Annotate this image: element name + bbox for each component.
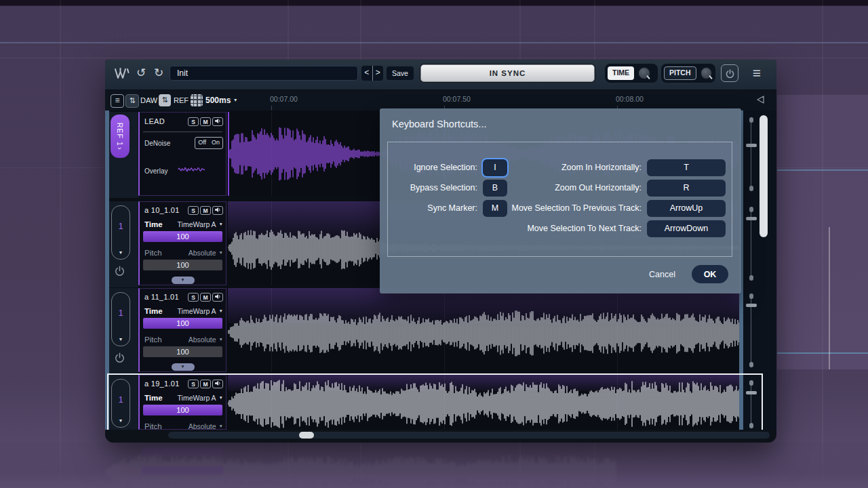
undo-icon[interactable]: ↺ <box>136 66 146 80</box>
take-selector[interactable]: 1 ▼ <box>111 379 130 428</box>
solo-button[interactable]: S <box>188 117 199 126</box>
vertical-scrollbar[interactable] <box>760 115 768 237</box>
speaker-button[interactable] <box>212 380 223 388</box>
speaker-button[interactable] <box>212 206 223 215</box>
expand-track-button[interactable]: ▼ <box>172 277 195 284</box>
time-mode-dropdown[interactable]: TimeWarp A <box>178 394 216 402</box>
shortcut-label: Move Selection To Next Track: <box>527 224 642 233</box>
horizontal-scrollbar-thumb[interactable] <box>299 432 314 439</box>
bg-grid-line <box>829 227 830 369</box>
track-volume-fader[interactable] <box>745 380 757 428</box>
speaker-button[interactable] <box>212 117 223 126</box>
ref-transfer-icon[interactable]: ⇅ <box>159 94 171 106</box>
prev-preset-button[interactable]: < <box>361 66 373 81</box>
track-gutter: 1 ▼ <box>109 375 138 430</box>
pitch-mode-dropdown[interactable]: Absolute <box>189 249 216 257</box>
take-selector[interactable]: 1 ▼ <box>111 205 130 260</box>
take-selector[interactable]: 1 ▼ <box>111 292 130 346</box>
solo-button[interactable]: S <box>188 293 199 302</box>
horizontal-scrollbar-track[interactable] <box>168 432 770 439</box>
pitch-knob[interactable] <box>700 66 713 80</box>
shortcut-key-button[interactable]: ArrowDown <box>647 220 726 237</box>
time-amount-slider[interactable]: 100 <box>143 318 222 329</box>
track-power-button[interactable] <box>114 265 126 277</box>
chevron-down-icon: ▼ <box>219 308 223 313</box>
grid-snap-icon[interactable] <box>191 94 203 106</box>
chevron-down-icon: ▼ <box>112 418 130 423</box>
track-power-button[interactable] <box>114 352 126 364</box>
dialog-actions: Cancel OK <box>649 265 728 283</box>
mute-button[interactable]: M <box>200 293 211 302</box>
time-toggle-button[interactable]: TIME <box>608 66 634 80</box>
window-reflection <box>105 444 776 486</box>
next-preset-button[interactable]: > <box>373 66 384 81</box>
time-mode-dropdown[interactable]: TimeWarp A <box>178 307 216 315</box>
track-volume-fader[interactable] <box>745 207 757 281</box>
shortcut-label: Sync Marker: <box>427 203 477 213</box>
pitch-mode-dropdown[interactable]: Absolute <box>189 422 216 430</box>
shortcut-key-button[interactable]: R <box>647 180 726 197</box>
shortcut-key-button[interactable]: T <box>647 159 726 176</box>
shortcut-key-button[interactable]: ArrowUp <box>647 200 726 217</box>
save-button[interactable]: Save <box>387 66 414 80</box>
daw-transfer-icon[interactable]: ⇅ <box>125 94 139 108</box>
shortcut-row: Move Selection To Next Track: ArrowDown <box>510 218 726 239</box>
power-button[interactable] <box>721 64 738 82</box>
time-knob[interactable] <box>637 66 651 80</box>
denoise-off-option[interactable]: Off <box>195 138 209 148</box>
bg-grid-line <box>0 58 868 58</box>
track-name: a 19_1.01 <box>144 380 180 388</box>
dub-waveform-lane[interactable] <box>228 288 739 372</box>
grid-resolution-dropdown[interactable]: 500ms ▼ <box>205 96 238 105</box>
shortcut-label: Zoom Out Horizontally: <box>555 183 642 192</box>
mute-button[interactable]: M <box>200 206 211 215</box>
preset-name-field[interactable]: Init <box>170 66 358 81</box>
expand-track-button[interactable]: ▼ <box>172 363 195 371</box>
pitch-label: Pitch <box>144 249 162 257</box>
track-name: a 11_1.01 <box>144 293 179 301</box>
shortcut-key-button[interactable]: M <box>483 200 507 217</box>
shortcut-key-button[interactable]: I <box>483 159 507 176</box>
menu-icon[interactable]: ≡ <box>748 64 766 82</box>
dub-waveform-lane[interactable] <box>228 375 739 430</box>
denoise-label: DeNoise <box>144 140 170 147</box>
take-number: 1 <box>112 308 130 318</box>
region-start-line <box>228 112 229 196</box>
marker-flag-icon[interactable] <box>755 95 766 107</box>
cancel-button[interactable]: Cancel <box>649 270 675 279</box>
denoise-on-option[interactable]: On <box>209 138 222 148</box>
shortcuts-panel: Ignore Selection: I Bypass Selection: B … <box>387 142 732 257</box>
reflection-fade <box>0 443 868 488</box>
solo-button[interactable]: S <box>188 206 199 215</box>
pitch-amount-slider[interactable]: 100 <box>143 260 222 270</box>
track-header: a 10_1.01 S M Time TimeWarp A ▼ 100 Pitc… <box>138 201 226 285</box>
time-amount-slider[interactable]: 100 <box>143 231 222 242</box>
ref-track-header: LEAD S M DeNoise Auto Off On <box>138 112 226 196</box>
preset-prev-next: < > <box>361 66 383 81</box>
timeline-tick-mark <box>271 106 272 110</box>
pitch-toggle-button[interactable]: PITCH <box>664 66 696 80</box>
track-volume-fader[interactable] <box>745 293 757 367</box>
redo-icon[interactable]: ↻ <box>154 66 163 80</box>
time-mode-dropdown[interactable]: TimeWarp A <box>178 220 216 228</box>
mute-button[interactable]: M <box>200 117 211 126</box>
time-amount-slider[interactable]: 100 <box>143 405 222 415</box>
bg-window-blur <box>777 95 868 369</box>
overlay-waveform-icon[interactable] <box>177 162 207 180</box>
chevron-down-icon: ▼ <box>219 250 223 255</box>
pitch-mode-dropdown[interactable]: Absolute <box>189 336 216 344</box>
track-list-icon[interactable]: ≡ <box>111 94 124 108</box>
ok-button[interactable]: OK <box>692 265 728 283</box>
timeline-tick-label: 00:07.00 <box>270 95 298 103</box>
mute-button[interactable]: M <box>200 380 211 388</box>
pitch-amount-slider[interactable]: 100 <box>143 346 222 357</box>
chevron-down-icon: ▼ <box>219 222 223 226</box>
dub-track-row: 1 ▼ a 11_1.01 S M Time <box>105 288 776 374</box>
speaker-button[interactable] <box>212 293 223 302</box>
ref-volume-fader[interactable] <box>745 117 757 191</box>
solo-button[interactable]: S <box>188 380 199 388</box>
shortcut-label: Move Selection To Previous Track: <box>511 203 642 213</box>
ref1-tab[interactable]: REF 1 › <box>111 115 130 158</box>
ref-label: REF <box>174 96 189 104</box>
shortcut-key-button[interactable]: B <box>483 180 507 197</box>
